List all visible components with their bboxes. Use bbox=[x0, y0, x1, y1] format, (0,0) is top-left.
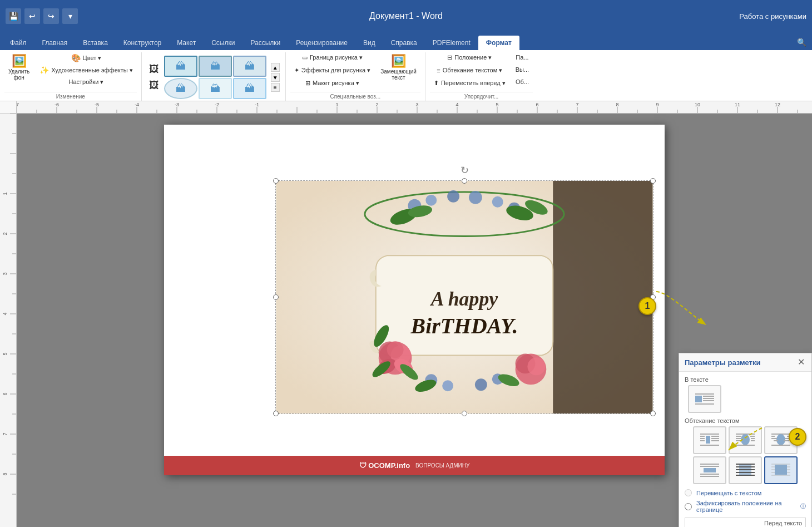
svg-rect-40 bbox=[700, 436, 705, 437]
move-with-text-label: Перемещать с текстом bbox=[696, 490, 761, 496]
picture-border-label: Граница рисунка ▾ bbox=[310, 54, 363, 61]
svg-point-6 bbox=[469, 191, 482, 204]
tab-layout[interactable]: Макет bbox=[169, 36, 204, 50]
picture-style-small-btn2[interactable]: 🖼 bbox=[147, 78, 161, 93]
svg-rect-66 bbox=[700, 464, 719, 465]
horizontal-ruler bbox=[17, 101, 812, 114]
svg-rect-70 bbox=[700, 476, 719, 477]
svg-text:BirTHDAY.: BirTHDAY. bbox=[410, 314, 518, 338]
ribbon-group-arrange-content: ⊟ Положение ▾ ≡ Обтекание текстом ▾ ⬆ Пе… bbox=[430, 52, 533, 91]
alt-text-button[interactable]: 🖼️ Замещающийтекст bbox=[377, 52, 420, 83]
callout-2-circle: 2 bbox=[789, 428, 806, 446]
svg-rect-77 bbox=[771, 464, 790, 465]
style-1[interactable]: 🏔 bbox=[164, 56, 197, 77]
layout-panel-close-button[interactable]: ✕ bbox=[796, 358, 806, 367]
ruler-container bbox=[0, 101, 812, 114]
fix-position-radio[interactable] bbox=[685, 503, 692, 510]
svg-rect-76 bbox=[736, 475, 755, 476]
tab-file[interactable]: Файл bbox=[2, 36, 34, 50]
move-with-text-radio[interactable] bbox=[685, 489, 692, 496]
layout-tight-option[interactable] bbox=[729, 426, 762, 454]
quick-access-toolbar: 💾 ↩ ↪ ▾ bbox=[6, 8, 78, 24]
settings-button[interactable]: Настройки ▾ bbox=[36, 77, 137, 87]
picture-effects-button[interactable]: ✦ Эффекты для рисунка ▾ bbox=[290, 65, 374, 76]
selected-image[interactable]: A happy BirTHDAY. bbox=[275, 180, 653, 414]
tab-design[interactable]: Конструктор bbox=[116, 36, 169, 50]
remove-background-button[interactable]: 🖼️ Удалитьфон bbox=[4, 52, 33, 83]
title-bar: 💾 ↩ ↪ ▾ Документ1 - Word Работа с рисунк… bbox=[0, 0, 812, 32]
ribbon-tabs: Файл Главная Вставка Конструктор Макет С… bbox=[0, 32, 812, 50]
callout-2-number: 2 bbox=[795, 432, 800, 442]
customize-quick-access-button[interactable]: ▾ bbox=[62, 8, 78, 24]
position-button[interactable]: ⊟ Положение ▾ bbox=[430, 52, 509, 63]
tab-pdf[interactable]: PDFElement bbox=[425, 36, 478, 50]
redo-button[interactable]: ↪ bbox=[43, 8, 59, 24]
tab-home[interactable]: Главная bbox=[34, 36, 76, 50]
picture-effects-icon: ✦ bbox=[294, 67, 299, 74]
svg-rect-74 bbox=[736, 469, 755, 470]
svg-rect-82 bbox=[775, 465, 787, 475]
tab-help[interactable]: Справка bbox=[383, 36, 425, 50]
ribbon-group-special: ▭ Граница рисунка ▾ ✦ Эффекты для рисунк… bbox=[286, 52, 425, 101]
artistic-effects-button[interactable]: ✨ Художественные эффекты ▾ bbox=[36, 65, 137, 76]
layout-top-bottom-option[interactable] bbox=[693, 456, 726, 484]
ribbon-tabs-wrapper: Файл Главная Вставка Конструктор Макет С… bbox=[0, 32, 812, 50]
tab-review[interactable]: Рецензирование bbox=[288, 36, 355, 50]
style-3[interactable]: 🏔 bbox=[233, 56, 266, 77]
layout-before-option[interactable]: ↖ bbox=[764, 456, 798, 484]
svg-rect-49 bbox=[736, 436, 741, 437]
tab-references[interactable]: Ссылки bbox=[204, 36, 242, 50]
rotate-handle[interactable]: ↻ bbox=[459, 164, 469, 174]
ribbon-group-edit: 🖼️ Удалитьфон 🎨 Цвет ▾ ✨ Художественные … bbox=[0, 52, 142, 101]
style-6[interactable]: 🏔 bbox=[233, 78, 266, 99]
style-4[interactable]: 🏔 bbox=[164, 78, 197, 99]
arrange-col: ⊟ Положение ▾ ≡ Обтекание текстом ▾ ⬆ Пе… bbox=[430, 52, 509, 88]
gallery-scroll-down[interactable]: ▼ bbox=[271, 73, 280, 82]
search-button[interactable]: 🔍 bbox=[791, 35, 812, 50]
tab-view[interactable]: Вид bbox=[355, 36, 383, 50]
birthday-card-svg: A happy BirTHDAY. bbox=[276, 181, 653, 413]
style-2[interactable]: 🏔 bbox=[199, 56, 232, 77]
inline-option-icon bbox=[694, 391, 715, 407]
svg-rect-33 bbox=[695, 393, 714, 395]
gallery-scroll-up[interactable]: ▲ bbox=[271, 63, 280, 72]
svg-rect-81 bbox=[771, 475, 790, 476]
gallery-more[interactable]: ≡ bbox=[271, 83, 280, 92]
save-button[interactable]: 💾 bbox=[6, 8, 21, 24]
picture-border-button[interactable]: ▭ Граница рисунка ▾ bbox=[290, 52, 374, 63]
tab-format[interactable]: Формат bbox=[478, 36, 519, 50]
layout-panel-header: Параметры разметки ✕ bbox=[679, 353, 811, 372]
svg-rect-51 bbox=[750, 436, 755, 437]
svg-rect-53 bbox=[751, 438, 755, 439]
bring-forward-icon: ⬆ bbox=[434, 80, 439, 87]
layout-inline-option[interactable] bbox=[688, 385, 721, 413]
send-back-button[interactable]: Па... bbox=[512, 52, 533, 62]
layout-behind-option[interactable] bbox=[729, 456, 762, 484]
picture-layout-label: Макет рисунка ▾ bbox=[313, 80, 359, 87]
title-text: Документ1 - Word bbox=[369, 11, 443, 21]
style-5[interactable]: 🏔 bbox=[199, 78, 232, 99]
undo-button[interactable]: ↩ bbox=[24, 8, 40, 24]
selection-pane-button[interactable]: Вы... bbox=[512, 65, 533, 75]
remove-bg-icon: 🖼️ bbox=[12, 55, 27, 67]
svg-rect-69 bbox=[700, 474, 719, 475]
bring-forward-button[interactable]: ⬆ Переместить вперед ▾ bbox=[430, 78, 509, 88]
picture-border-small-btn[interactable]: 🖼 bbox=[147, 62, 161, 77]
layout-panel-title: Параметры разметки bbox=[685, 358, 760, 367]
bring-forward-label: Переместить вперед ▾ bbox=[441, 80, 506, 87]
layout-square-option[interactable] bbox=[693, 426, 726, 454]
svg-rect-61 bbox=[771, 438, 777, 439]
wrap-text-button[interactable]: ≡ Обтекание текстом ▾ bbox=[430, 65, 509, 76]
tab-insert[interactable]: Вставка bbox=[75, 36, 116, 50]
color-button[interactable]: 🎨 Цвет ▾ bbox=[36, 52, 137, 63]
ribbon-group-picture-styles: 🖼 🖼 🏔 🏔 🏔 🏔 🏔 🏔 ▲ ▼ ≡ bbox=[142, 52, 286, 101]
svg-rect-35 bbox=[703, 396, 714, 397]
svg-rect-38 bbox=[695, 403, 714, 405]
align-button[interactable]: Об... bbox=[512, 77, 533, 87]
tab-mail[interactable]: Рассылки bbox=[242, 36, 288, 50]
svg-rect-44 bbox=[711, 438, 719, 439]
svg-point-5 bbox=[447, 190, 459, 203]
picture-layout-button[interactable]: ⊞ Макет рисунка ▾ bbox=[290, 78, 374, 88]
picture-tools-label: Работа с рисунками bbox=[739, 12, 806, 21]
svg-rect-37 bbox=[703, 400, 714, 401]
